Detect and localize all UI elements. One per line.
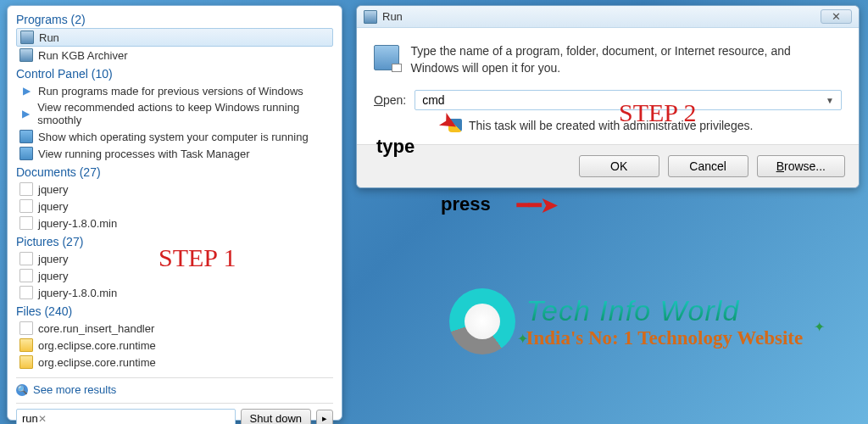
result-label: jquery-1.8.0.min: [38, 217, 117, 230]
result-doc[interactable]: jquery: [16, 181, 333, 198]
run-dialog-icon: [374, 45, 399, 70]
result-label: jquery: [38, 253, 68, 265]
section-header-programs: Programs (2): [16, 13, 333, 26]
result-taskmgr[interactable]: View running processes with Task Manager: [16, 145, 333, 162]
result-label: Run KGB Archiver: [38, 49, 128, 62]
result-label: View recommended actions to keep Windows…: [37, 101, 330, 126]
open-row: Open: cmd▼: [374, 90, 842, 110]
search-input[interactable]: run✕: [16, 409, 236, 424]
privilege-text: This task will be created with administr…: [469, 119, 753, 132]
ok-button[interactable]: OK: [579, 155, 659, 177]
folder-icon: [19, 338, 33, 352]
file-icon: [19, 252, 33, 265]
clear-icon[interactable]: ✕: [38, 413, 47, 425]
monitor-icon: [19, 147, 33, 160]
flag-icon: ▶: [19, 84, 33, 98]
result-label: Run programs made for previous versions …: [38, 85, 303, 98]
run-icon: [19, 48, 33, 62]
run-body: Type the name of a program, folder, docu…: [357, 28, 859, 145]
result-doc[interactable]: jquery-1.8.0.min: [16, 215, 333, 232]
result-os[interactable]: Show which operating system your compute…: [16, 128, 333, 145]
run-description: Type the name of a program, folder, docu…: [411, 43, 843, 76]
result-label: Show which operating system your compute…: [38, 131, 309, 143]
arrow-icon: ━━➤: [517, 193, 558, 217]
logo-subtitle: India's No: 1 Technology Website: [526, 327, 803, 349]
logo: Tech Info World India's No: 1 Technology…: [449, 288, 803, 354]
logo-icon: [449, 288, 515, 354]
section-header-documents: Documents (27): [16, 165, 333, 179]
result-actions[interactable]: ▶View recommended actions to keep Window…: [16, 99, 333, 128]
star-icon: ✦: [517, 331, 528, 347]
file-icon: [19, 182, 33, 196]
file-icon: [19, 199, 33, 213]
result-run-kgb[interactable]: Run KGB Archiver: [16, 47, 333, 64]
search-icon: 🔍: [16, 384, 28, 396]
result-label: jquery: [38, 183, 68, 196]
result-file[interactable]: org.eclipse.core.runtime: [16, 354, 333, 371]
result-doc[interactable]: jquery: [16, 198, 333, 215]
run-icon: [364, 10, 377, 24]
folder-icon: [19, 355, 33, 369]
browse-button[interactable]: Browse...: [757, 155, 845, 177]
titlebar: Run ✕: [357, 6, 859, 28]
button-row: OK Cancel Browse...: [357, 145, 859, 187]
result-label: View running processes with Task Manager: [38, 148, 250, 160]
annotation-press: press: [441, 193, 491, 215]
close-button[interactable]: ✕: [821, 9, 852, 24]
monitor-icon: [19, 130, 33, 143]
section-header-control-panel: Control Panel (10): [16, 67, 333, 81]
file-icon: [19, 269, 33, 282]
search-value: run: [22, 412, 38, 424]
flag-icon: ▶: [19, 107, 32, 120]
result-label: jquery-1.8.0.min: [38, 287, 117, 299]
result-label: Run: [39, 31, 59, 44]
start-menu-search-results: Programs (2) Run Run KGB Archiver Contro…: [7, 5, 342, 421]
open-value: cmd: [422, 93, 444, 107]
file-icon: [19, 216, 33, 230]
annotation-step1: STEP 1: [159, 243, 236, 272]
result-file[interactable]: core.run_insert_handler: [16, 320, 333, 337]
result-run[interactable]: Run: [16, 28, 333, 47]
window-title: Run: [382, 10, 821, 23]
run-dialog: Run ✕ Type the name of a program, folder…: [356, 5, 860, 188]
cancel-button[interactable]: Cancel: [668, 155, 748, 177]
file-icon: [19, 321, 33, 335]
result-label: org.eclipse.core.runtime: [38, 356, 156, 369]
shutdown-button[interactable]: Shut down: [241, 409, 311, 424]
shutdown-menu-button[interactable]: ▸: [316, 410, 333, 424]
see-more-results[interactable]: 🔍See more results: [16, 377, 333, 396]
chevron-down-icon[interactable]: ▼: [826, 96, 834, 105]
result-file[interactable]: org.eclipse.core.runtime: [16, 337, 333, 354]
logo-title: Tech Info World: [526, 294, 803, 327]
annotation-type: type: [376, 136, 415, 158]
result-compat[interactable]: ▶Run programs made for previous versions…: [16, 82, 333, 99]
result-label: jquery: [38, 270, 68, 282]
open-label: Open:: [374, 93, 406, 107]
result-label: org.eclipse.core.runtime: [38, 339, 156, 352]
file-icon: [19, 286, 33, 299]
result-label: core.run_insert_handler: [38, 322, 154, 335]
search-row: run✕ Shut down ▸: [16, 403, 333, 424]
result-pic[interactable]: jquery-1.8.0.min: [16, 284, 333, 301]
result-label: jquery: [38, 200, 68, 213]
annotation-step2: STEP 2: [619, 98, 696, 127]
section-header-files: Files (240): [16, 304, 333, 318]
star-icon: ✦: [814, 319, 825, 335]
run-icon: [20, 31, 34, 44]
see-more-label: See more results: [33, 383, 116, 396]
